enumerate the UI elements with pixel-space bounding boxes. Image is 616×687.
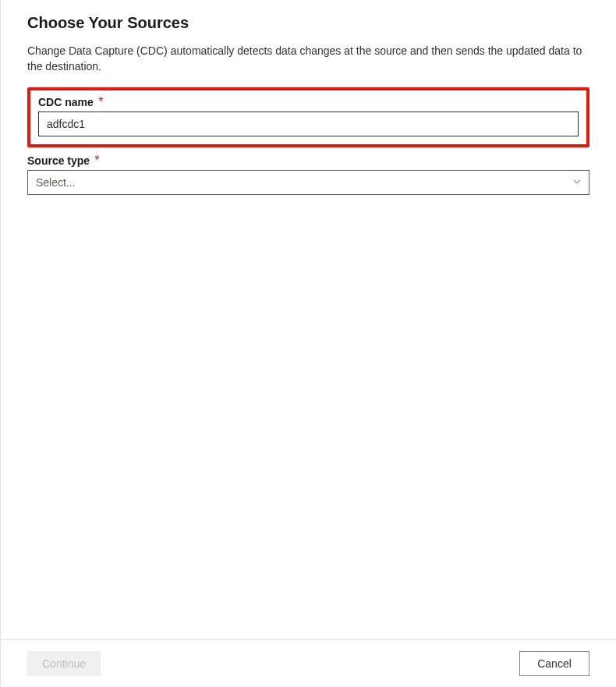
page-description: Change Data Capture (CDC) automatically …	[27, 43, 589, 75]
source-type-select[interactable]: Select...	[27, 170, 589, 195]
cdc-name-label: CDC name	[38, 96, 94, 108]
source-type-label: Source type	[27, 154, 90, 167]
choose-sources-panel: Choose Your Sources Change Data Capture …	[0, 0, 616, 639]
required-mark: *	[98, 95, 103, 108]
source-type-group: Source type * Select...	[27, 152, 589, 195]
source-type-select-wrap: Select...	[27, 170, 589, 195]
cdc-name-highlight: CDC name *	[27, 87, 589, 147]
page-title: Choose Your Sources	[27, 14, 589, 32]
continue-button[interactable]: Continue	[27, 651, 101, 676]
cancel-button[interactable]: Cancel	[519, 651, 589, 676]
panel-footer: Continue Cancel	[0, 639, 616, 687]
cdc-name-input[interactable]	[38, 112, 579, 136]
required-mark: *	[95, 154, 100, 167]
